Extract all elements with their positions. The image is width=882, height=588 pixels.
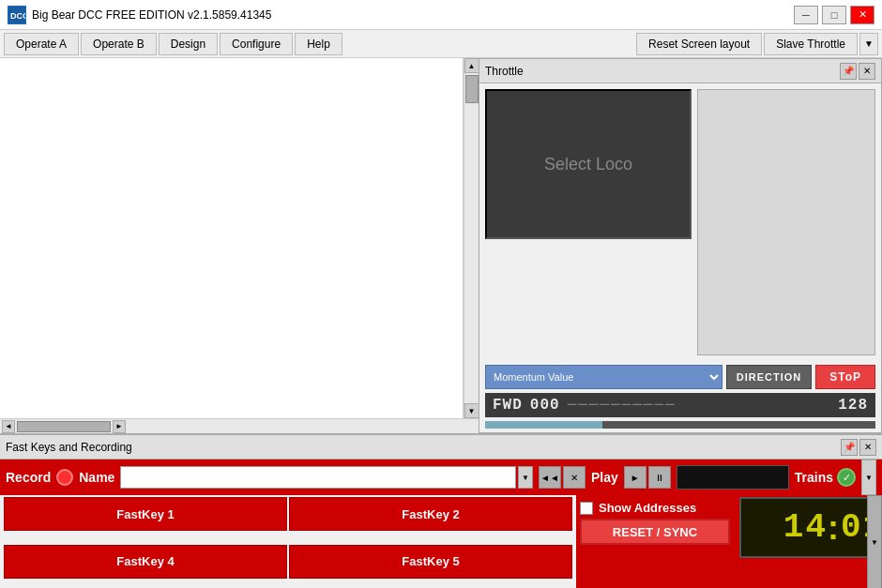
fastkeys-right-panel: Show Addresses RESET / SYNC 1 4 : 0 xyxy=(576,495,867,588)
name-label: Name xyxy=(79,470,114,485)
momentum-select[interactable]: Momentum Value xyxy=(485,365,722,389)
menu-configure[interactable]: Configure xyxy=(220,33,293,55)
fastkeys-scroll-right[interactable]: ▼ xyxy=(867,495,882,588)
scroll-left-arrow[interactable]: ◄ xyxy=(2,420,15,433)
clock-display: 1 4 : 0 1 xyxy=(739,497,882,558)
name-dropdown-arrow[interactable]: ▼ xyxy=(518,466,533,489)
trains-section: Trains ✓ xyxy=(795,468,856,487)
clock-hours: 1 4 xyxy=(783,511,826,545)
trains-check-indicator[interactable]: ✓ xyxy=(837,468,856,487)
throttle-header: Throttle 📌 ✕ xyxy=(479,59,881,83)
speed-dashes: ────────── xyxy=(568,397,831,414)
record-indicator xyxy=(56,469,73,486)
scroll-up-arrow[interactable]: ▲ xyxy=(464,58,479,73)
menu-design[interactable]: Design xyxy=(159,33,218,55)
fastkeys-header: Fast Keys and Recording 📌 ✕ xyxy=(0,435,882,460)
throttle-progress-bar xyxy=(485,421,875,429)
play-button[interactable]: ► xyxy=(624,466,646,489)
speed-display xyxy=(697,89,875,355)
fastkey-2-button[interactable]: FastKey 2 xyxy=(289,497,572,531)
reset-sync-button[interactable]: RESET / SYNC xyxy=(580,519,730,545)
name-input[interactable] xyxy=(120,466,516,489)
scroll-down-arrow[interactable]: ▼ xyxy=(464,403,479,418)
throttle-pin-button[interactable]: 📌 xyxy=(840,63,857,80)
clock-hour1: 1 xyxy=(783,511,804,545)
svg-text:DCC: DCC xyxy=(10,11,25,21)
clock-min1: 0 xyxy=(841,511,861,545)
window-controls: ─ □ ✕ xyxy=(794,6,874,24)
name-input-wrapper: ▼ xyxy=(120,466,533,489)
play-buttons: ► ⏸ xyxy=(624,466,671,489)
show-addresses-checkbox[interactable] xyxy=(580,502,593,515)
menu-operate-a[interactable]: Operate A xyxy=(4,33,79,55)
menu-slave-throttle[interactable]: Slave Throttle xyxy=(764,33,858,55)
fastkeys-close-button[interactable]: ✕ xyxy=(859,439,876,456)
fastkeys-buttons-area: FastKey 1 FastKey 2 FastKey 4 FastKey 5 xyxy=(0,495,576,588)
show-addresses-row: Show Addresses xyxy=(580,501,730,515)
fastkeys-grid-area: FastKey 1 FastKey 2 FastKey 4 FastKey 5 … xyxy=(0,495,882,588)
loco-placeholder: Select Loco xyxy=(544,155,632,174)
clock-hour2: 4 xyxy=(805,511,826,545)
main-area: ▲ ▼ ◄ ► Throttle 📌 ✕ Select Loco xyxy=(0,58,882,433)
menu-dropdown-arrow[interactable]: ▼ xyxy=(859,33,878,55)
pause-button[interactable]: ⏸ xyxy=(648,466,671,489)
minimize-button[interactable]: ─ xyxy=(794,6,818,24)
fastkey-1-button[interactable]: FastKey 1 xyxy=(4,497,287,531)
app-icon: DCC xyxy=(8,6,26,24)
scroll-right-arrow[interactable]: ► xyxy=(113,420,126,433)
window-title: Big Bear DCC FREE EDITION v2.1.5859.4134… xyxy=(32,8,794,22)
main-canvas xyxy=(0,58,464,418)
throttle-controls: Momentum Value DIRECTION SToP xyxy=(479,361,881,393)
menu-operate-b[interactable]: Operate B xyxy=(81,33,157,55)
vertical-scrollbar[interactable]: ▲ ▼ xyxy=(464,58,479,418)
trains-label: Trains xyxy=(795,470,833,485)
fastkeys-panel: Fast Keys and Recording 📌 ✕ Record Name … xyxy=(0,433,882,588)
speed-indicator: FWD 000 ────────── 128 xyxy=(485,393,875,417)
maximize-button[interactable]: □ xyxy=(822,6,846,24)
loco-display[interactable]: Select Loco xyxy=(485,89,692,239)
record-row: Record Name ▼ ◄◄ ✕ Play ► ⏸ Trains ✓ ▼ xyxy=(0,460,882,495)
fastkey-5-button[interactable]: FastKey 5 xyxy=(289,545,572,579)
stop-button[interactable]: SToP xyxy=(815,365,875,389)
throttle-body: Select Loco xyxy=(479,83,881,361)
fastkeys-row-1: FastKey 1 FastKey 2 xyxy=(0,495,576,543)
horizontal-scrollbar[interactable]: ◄ ► xyxy=(0,418,479,433)
speed-direction: FWD xyxy=(493,397,523,414)
title-bar: DCC Big Bear DCC FREE EDITION v2.1.5859.… xyxy=(0,0,882,30)
fastkey-4-button[interactable]: FastKey 4 xyxy=(4,545,287,579)
play-status-display xyxy=(677,465,789,490)
menu-reset-screen[interactable]: Reset Screen layout xyxy=(636,33,762,55)
scroll-thumb-vertical[interactable] xyxy=(465,75,479,103)
close-button[interactable]: ✕ xyxy=(850,6,874,24)
panel-scroll-button[interactable]: ▼ xyxy=(861,460,876,495)
menu-help[interactable]: Help xyxy=(295,33,342,55)
record-control-buttons: ◄◄ ✕ xyxy=(539,466,585,489)
throttle-progress-fill xyxy=(485,421,602,429)
speed-value-display: 000 xyxy=(530,397,560,414)
throttle-close-button[interactable]: ✕ xyxy=(859,63,875,80)
record-delete-button[interactable]: ✕ xyxy=(563,466,585,489)
fastkeys-pin-button[interactable]: 📌 xyxy=(841,439,858,456)
clock-colon: : xyxy=(828,511,839,545)
show-addresses-label: Show Addresses xyxy=(599,501,696,515)
fastkeys-title: Fast Keys and Recording xyxy=(6,441,839,454)
play-label: Play xyxy=(591,470,618,485)
speed-max: 128 xyxy=(838,397,868,414)
record-label: Record xyxy=(6,470,51,485)
direction-button[interactable]: DIRECTION xyxy=(726,365,813,389)
throttle-title: Throttle xyxy=(485,65,838,78)
menu-bar: Operate A Operate B Design Configure Hel… xyxy=(0,30,882,58)
throttle-panel: Throttle 📌 ✕ Select Loco Momentum Value … xyxy=(479,58,882,433)
record-prev-button[interactable]: ◄◄ xyxy=(539,466,561,489)
scroll-thumb-horizontal[interactable] xyxy=(17,421,111,432)
throttle-right-panel xyxy=(697,89,875,355)
fastkeys-row-2: FastKey 4 FastKey 5 xyxy=(0,543,576,589)
